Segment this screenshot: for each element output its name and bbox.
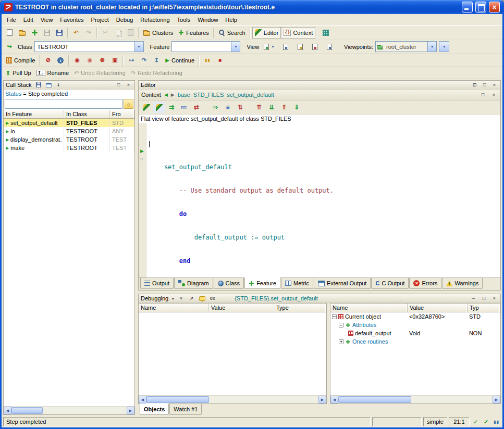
paste-button[interactable]: [124, 27, 137, 39]
flat-view-button[interactable]: ⇉: [166, 102, 177, 113]
object-tree-row[interactable]: Once routines: [330, 337, 500, 346]
clickable-view-button[interactable]: [153, 102, 165, 113]
redo-button[interactable]: ↷: [82, 27, 95, 39]
column-header-value[interactable]: Value: [408, 304, 468, 312]
object-tree-row[interactable]: default_output Void NON: [330, 329, 500, 337]
column-header-name[interactable]: Name: [330, 304, 408, 312]
objects-hscrollbar[interactable]: ◀ ▶: [330, 395, 500, 403]
column-header-type[interactable]: Type: [274, 304, 326, 312]
tab-warnings[interactable]: Warnings: [442, 278, 483, 289]
minimize-button[interactable]: [462, 2, 473, 12]
maximize-panel-button[interactable]: □: [481, 82, 488, 89]
float-panel-button[interactable]: ⊡: [471, 82, 478, 89]
menu-debug[interactable]: Debug: [113, 15, 137, 24]
ignore-contract-violation-button[interactable]: ⊘: [42, 55, 54, 66]
scroll-right-icon[interactable]: ▶: [493, 396, 500, 403]
view-option-button[interactable]: [279, 41, 292, 53]
history-back-icon[interactable]: ◀: [164, 92, 168, 97]
tab-objects[interactable]: Objects: [140, 403, 169, 415]
breadcrumb-cluster[interactable]: base: [178, 92, 190, 98]
breakpoint-gutter[interactable]: ▶ ○: [139, 123, 146, 277]
class-tool-button[interactable]: ↪: [3, 41, 16, 53]
viewpoints-extra-dropdown[interactable]: ▼: [439, 41, 449, 52]
object-tree-row[interactable]: Current object <0x32A8760> STD: [330, 312, 500, 321]
new-file-button[interactable]: [3, 27, 16, 39]
call-stack-row[interactable]: ▶set_output_default STD_FILES STD: [4, 119, 134, 127]
minimize-panel-button[interactable]: –: [468, 92, 476, 98]
tab-feature[interactable]: Feature: [244, 277, 280, 289]
scroll-right-icon[interactable]: ▶: [127, 407, 134, 414]
dock-button[interactable]: [45, 82, 53, 89]
chevron-down-icon[interactable]: ▼: [427, 42, 436, 52]
step-into-button[interactable]: ↦: [125, 55, 138, 66]
suppliers-view-button[interactable]: ⇅: [235, 102, 246, 113]
maximize-panel-button[interactable]: □: [115, 82, 122, 89]
menu-project[interactable]: Project: [88, 15, 113, 24]
call-stack-row[interactable]: ▶io TESTROOT ANY: [4, 127, 134, 135]
code-text[interactable]: set_output_default -- Use standard outpu…: [147, 123, 500, 277]
interface-view-button[interactable]: ⇄: [191, 102, 202, 113]
breakpoint-slot-icon[interactable]: ○: [140, 157, 143, 161]
menu-favorites[interactable]: Favorites: [56, 15, 87, 24]
tab-class[interactable]: Class: [214, 278, 244, 289]
undo-button[interactable]: ↶: [70, 27, 82, 39]
history-forward-icon[interactable]: ▶: [171, 92, 175, 97]
breadcrumb-feature[interactable]: set_output_default: [227, 92, 274, 98]
redo-refactoring-button[interactable]: ↷ Redo Refactoring: [128, 67, 185, 79]
basic-text-view-button[interactable]: [141, 102, 152, 113]
tooltip-button[interactable]: [198, 295, 206, 302]
undo-refactoring-button[interactable]: ↶ Undo Refactoring: [71, 67, 128, 79]
chevron-down-icon[interactable]: ▼: [231, 42, 240, 52]
call-stack-options-button[interactable]: ☼: [124, 99, 133, 109]
clusters-button[interactable]: Clusters: [141, 27, 176, 39]
editor-toggle-button[interactable]: Editor: [252, 27, 281, 39]
remove-breakpoints-button[interactable]: ⊗: [96, 55, 108, 66]
menu-view[interactable]: View: [37, 15, 57, 24]
context-toggle-button[interactable]: Context: [281, 27, 315, 39]
tab-output[interactable]: Output: [140, 278, 174, 289]
tab-metric[interactable]: Metric: [281, 278, 313, 289]
column-header-in-feature[interactable]: In Feature: [4, 110, 64, 118]
menu-window[interactable]: Window: [194, 15, 222, 24]
open-in-new-window-button[interactable]: ↗: [188, 295, 195, 302]
breadcrumb-class[interactable]: STD_FILES: [193, 92, 224, 98]
tab-errors[interactable]: Errors: [409, 278, 441, 289]
open-button[interactable]: [16, 27, 28, 39]
continue-button[interactable]: ▶ Continue: [163, 55, 197, 66]
debug-info-button[interactable]: i: [54, 55, 67, 66]
feature-combobox[interactable]: ▼: [171, 41, 240, 52]
chevron-down-icon[interactable]: ▼: [134, 42, 143, 52]
scroll-thumb[interactable]: [338, 396, 411, 403]
collapse-icon[interactable]: [339, 323, 343, 327]
compile-button[interactable]: Compile: [3, 55, 38, 66]
step-over-button[interactable]: ↷: [138, 55, 150, 66]
external-commands-button[interactable]: [319, 27, 332, 39]
pull-up-button[interactable]: ⇑ Pull Up: [3, 67, 34, 79]
features-button[interactable]: Features: [176, 27, 211, 39]
expand-icon[interactable]: [339, 339, 343, 344]
tab-diagram[interactable]: Diagram: [174, 278, 213, 289]
scroll-right-icon[interactable]: ▶: [318, 396, 326, 403]
watch-hscrollbar[interactable]: ◀ ▶: [139, 395, 326, 403]
import-stack-button[interactable]: ↧: [55, 82, 63, 89]
call-stack-filter-input[interactable]: [5, 99, 122, 109]
debug-context-text[interactable]: {STD_FILES}.set_output_default: [235, 295, 318, 301]
hex-format-button[interactable]: 0x: [208, 295, 216, 302]
ancestors-view-button[interactable]: ⇒: [210, 102, 221, 113]
call-stack-hscrollbar[interactable]: ◀ ▶: [4, 406, 134, 414]
maximize-panel-button[interactable]: □: [479, 92, 487, 98]
call-stack-row[interactable]: ▶make TESTROOT TEST: [4, 144, 134, 152]
menu-help[interactable]: Help: [222, 15, 241, 24]
column-header-in-class[interactable]: In Class: [64, 110, 110, 118]
class-combobox[interactable]: TESTROOT ▼: [34, 41, 144, 52]
save-button[interactable]: [41, 27, 53, 39]
contract-view-button[interactable]: ≔: [178, 102, 190, 113]
chevron-down-icon[interactable]: ▼: [439, 42, 449, 52]
tab-external-output[interactable]: External Output: [314, 278, 371, 289]
maximize-panel-button[interactable]: □: [480, 295, 488, 302]
view-option-button[interactable]: [294, 41, 306, 53]
column-header-from[interactable]: Fro: [110, 110, 134, 118]
enable-breakpoints-button[interactable]: ◉: [71, 55, 83, 66]
chevron-down-icon[interactable]: ▼: [171, 297, 175, 300]
callees-view-button[interactable]: ⇑: [278, 102, 290, 113]
